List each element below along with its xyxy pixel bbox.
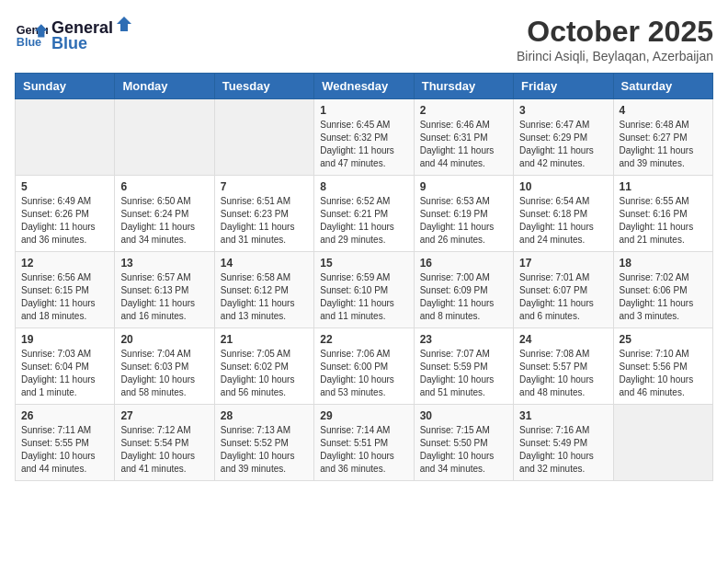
- day-cell-29: 29Sunrise: 7:14 AM Sunset: 5:51 PM Dayli…: [314, 405, 414, 481]
- day-cell-30: 30Sunrise: 7:15 AM Sunset: 5:50 PM Dayli…: [414, 405, 513, 481]
- location-subtitle: Birinci Asiqli, Beylaqan, Azerbaijan: [517, 49, 713, 63]
- day-cell-8: 8Sunrise: 6:52 AM Sunset: 6:21 PM Daylig…: [314, 176, 414, 252]
- day-number: 19: [21, 333, 108, 346]
- day-info: Sunrise: 7:15 AM Sunset: 5:50 PM Dayligh…: [420, 424, 507, 476]
- day-cell-9: 9Sunrise: 6:53 AM Sunset: 6:19 PM Daylig…: [414, 176, 513, 252]
- day-info: Sunrise: 7:16 AM Sunset: 5:49 PM Dayligh…: [519, 424, 607, 476]
- day-info: Sunrise: 6:47 AM Sunset: 6:29 PM Dayligh…: [519, 119, 607, 170]
- day-info: Sunrise: 7:03 AM Sunset: 6:04 PM Dayligh…: [21, 348, 108, 399]
- week-row-3: 12Sunrise: 6:56 AM Sunset: 6:15 PM Dayli…: [16, 252, 713, 328]
- week-row-4: 19Sunrise: 7:03 AM Sunset: 6:04 PM Dayli…: [16, 328, 713, 405]
- day-info: Sunrise: 7:13 AM Sunset: 5:52 PM Dayligh…: [221, 424, 308, 476]
- day-cell-11: 11Sunrise: 6:55 AM Sunset: 6:16 PM Dayli…: [613, 176, 712, 252]
- day-info: Sunrise: 6:51 AM Sunset: 6:23 PM Dayligh…: [221, 195, 308, 247]
- day-info: Sunrise: 6:53 AM Sunset: 6:19 PM Dayligh…: [420, 195, 507, 247]
- day-info: Sunrise: 6:56 AM Sunset: 6:15 PM Dayligh…: [21, 271, 108, 323]
- day-info: Sunrise: 7:08 AM Sunset: 5:57 PM Dayligh…: [519, 348, 607, 399]
- day-cell-12: 12Sunrise: 6:56 AM Sunset: 6:15 PM Dayli…: [16, 252, 115, 328]
- day-cell-22: 22Sunrise: 7:06 AM Sunset: 6:00 PM Dayli…: [314, 328, 414, 405]
- day-info: Sunrise: 6:55 AM Sunset: 6:16 PM Dayligh…: [620, 195, 707, 247]
- column-header-wednesday: Wednesday: [314, 74, 414, 99]
- day-cell-4: 4Sunrise: 6:48 AM Sunset: 6:27 PM Daylig…: [613, 99, 712, 176]
- day-cell-5: 5Sunrise: 6:49 AM Sunset: 6:26 PM Daylig…: [16, 176, 115, 252]
- day-info: Sunrise: 7:04 AM Sunset: 6:03 PM Dayligh…: [120, 348, 208, 399]
- day-cell-21: 21Sunrise: 7:05 AM Sunset: 6:02 PM Dayli…: [214, 328, 313, 405]
- day-cell-28: 28Sunrise: 7:13 AM Sunset: 5:52 PM Dayli…: [214, 405, 313, 481]
- day-number: 20: [120, 333, 208, 346]
- day-number: 16: [420, 257, 507, 270]
- day-number: 15: [320, 257, 407, 270]
- column-header-sunday: Sunday: [16, 74, 115, 99]
- day-number: 1: [320, 104, 407, 117]
- day-info: Sunrise: 7:00 AM Sunset: 6:09 PM Dayligh…: [420, 271, 507, 323]
- day-info: Sunrise: 6:49 AM Sunset: 6:26 PM Dayligh…: [21, 195, 108, 247]
- day-number: 7: [221, 180, 308, 193]
- day-number: 25: [620, 333, 707, 346]
- svg-text:Blue: Blue: [17, 36, 41, 49]
- day-cell-17: 17Sunrise: 7:01 AM Sunset: 6:07 PM Dayli…: [514, 252, 613, 328]
- day-cell-31: 31Sunrise: 7:16 AM Sunset: 5:49 PM Dayli…: [514, 405, 613, 481]
- day-number: 14: [221, 257, 308, 270]
- empty-cell: [115, 99, 214, 176]
- empty-cell: [16, 99, 115, 176]
- day-number: 28: [221, 409, 308, 422]
- day-number: 27: [120, 409, 208, 422]
- logo-icon: General Blue: [15, 17, 48, 51]
- day-cell-25: 25Sunrise: 7:10 AM Sunset: 5:56 PM Dayli…: [613, 328, 712, 405]
- day-number: 9: [420, 180, 507, 193]
- day-number: 10: [519, 180, 607, 193]
- day-info: Sunrise: 7:01 AM Sunset: 6:07 PM Dayligh…: [519, 271, 607, 323]
- column-header-saturday: Saturday: [613, 74, 712, 99]
- column-header-tuesday: Tuesday: [214, 74, 313, 99]
- day-info: Sunrise: 7:06 AM Sunset: 6:00 PM Dayligh…: [320, 348, 407, 399]
- calendar-header-row: SundayMondayTuesdayWednesdayThursdayFrid…: [16, 74, 713, 99]
- calendar-table: SundayMondayTuesdayWednesdayThursdayFrid…: [15, 73, 713, 481]
- day-number: 23: [420, 333, 507, 346]
- day-info: Sunrise: 7:07 AM Sunset: 5:59 PM Dayligh…: [420, 348, 507, 399]
- day-number: 13: [120, 257, 208, 270]
- day-number: 6: [120, 180, 208, 193]
- day-number: 31: [519, 409, 607, 422]
- day-number: 5: [21, 180, 108, 193]
- day-cell-23: 23Sunrise: 7:07 AM Sunset: 5:59 PM Dayli…: [414, 328, 513, 405]
- day-info: Sunrise: 6:45 AM Sunset: 6:32 PM Dayligh…: [320, 119, 407, 170]
- day-cell-10: 10Sunrise: 6:54 AM Sunset: 6:18 PM Dayli…: [514, 176, 613, 252]
- day-number: 3: [519, 104, 607, 117]
- day-cell-20: 20Sunrise: 7:04 AM Sunset: 6:03 PM Dayli…: [115, 328, 214, 405]
- day-cell-13: 13Sunrise: 6:57 AM Sunset: 6:13 PM Dayli…: [115, 252, 214, 328]
- day-number: 18: [620, 257, 707, 270]
- day-cell-2: 2Sunrise: 6:46 AM Sunset: 6:31 PM Daylig…: [414, 99, 513, 176]
- day-info: Sunrise: 6:57 AM Sunset: 6:13 PM Dayligh…: [120, 271, 208, 323]
- day-info: Sunrise: 6:54 AM Sunset: 6:18 PM Dayligh…: [519, 195, 607, 247]
- day-number: 2: [420, 104, 507, 117]
- day-info: Sunrise: 7:14 AM Sunset: 5:51 PM Dayligh…: [320, 424, 407, 476]
- day-number: 8: [320, 180, 407, 193]
- month-title: October 2025: [517, 15, 713, 49]
- day-cell-19: 19Sunrise: 7:03 AM Sunset: 6:04 PM Dayli…: [16, 328, 115, 405]
- day-number: 30: [420, 409, 507, 422]
- day-info: Sunrise: 6:59 AM Sunset: 6:10 PM Dayligh…: [320, 271, 407, 323]
- day-cell-27: 27Sunrise: 7:12 AM Sunset: 5:54 PM Dayli…: [115, 405, 214, 481]
- svg-marker-3: [117, 17, 131, 31]
- empty-cell: [214, 99, 313, 176]
- page-header: General Blue General Blue October 2025 B…: [15, 15, 713, 63]
- day-number: 4: [620, 104, 707, 117]
- day-info: Sunrise: 6:50 AM Sunset: 6:24 PM Dayligh…: [120, 195, 208, 247]
- logo-arrow-icon: [115, 15, 133, 33]
- day-info: Sunrise: 6:58 AM Sunset: 6:12 PM Dayligh…: [221, 271, 308, 323]
- day-info: Sunrise: 6:48 AM Sunset: 6:27 PM Dayligh…: [620, 119, 707, 170]
- day-info: Sunrise: 6:52 AM Sunset: 6:21 PM Dayligh…: [320, 195, 407, 247]
- day-cell-24: 24Sunrise: 7:08 AM Sunset: 5:57 PM Dayli…: [514, 328, 613, 405]
- day-number: 11: [620, 180, 707, 193]
- column-header-thursday: Thursday: [414, 74, 513, 99]
- title-block: October 2025 Birinci Asiqli, Beylaqan, A…: [517, 15, 713, 63]
- day-number: 22: [320, 333, 407, 346]
- day-cell-15: 15Sunrise: 6:59 AM Sunset: 6:10 PM Dayli…: [314, 252, 414, 328]
- column-header-friday: Friday: [514, 74, 613, 99]
- logo: General Blue General Blue: [15, 15, 133, 53]
- week-row-1: 1Sunrise: 6:45 AM Sunset: 6:32 PM Daylig…: [16, 99, 713, 176]
- day-info: Sunrise: 7:11 AM Sunset: 5:55 PM Dayligh…: [21, 424, 108, 476]
- day-cell-3: 3Sunrise: 6:47 AM Sunset: 6:29 PM Daylig…: [514, 99, 613, 176]
- day-number: 17: [519, 257, 607, 270]
- empty-cell: [613, 405, 712, 481]
